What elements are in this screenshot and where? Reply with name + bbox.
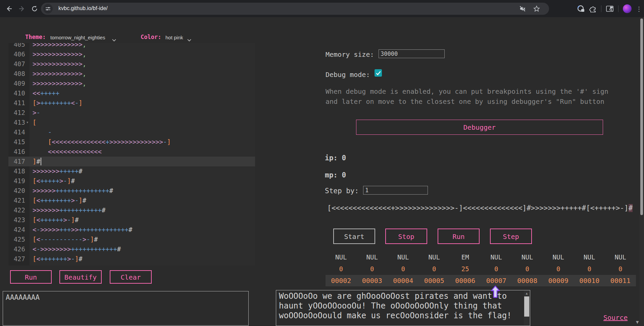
memory-cell-address: 00008 (512, 277, 543, 285)
code-editor[interactable]: 405>>>>>>>>>>>>>,406>>>>>>>>>>>>>,407>>>… (8, 43, 255, 266)
editor-line[interactable]: 415 [<<<<<<<<<<<<<<+>>>>>>>>>>>>>>-] (8, 137, 255, 147)
line-code: <->>>>>>>>++++++++++++# (33, 244, 121, 254)
memory-cell-value: 0 (481, 265, 512, 273)
output-scrollbar[interactable]: ▲ (524, 291, 530, 325)
page-scrollbar-thumb[interactable] (640, 18, 643, 215)
editor-line[interactable]: 426<->>>>>>>>++++++++++++# (8, 244, 255, 254)
text-cursor (41, 158, 41, 165)
editor-line[interactable]: 413▾[ (8, 118, 255, 127)
editor-line[interactable]: 414 - (8, 127, 255, 137)
line-code: >>>>>>>>>>>>>, (33, 79, 86, 88)
memory-cell-address: 00006 (450, 277, 481, 285)
theme-label: Theme: (25, 34, 46, 40)
password-manager-icon[interactable] (577, 5, 585, 13)
debugger-step-button[interactable]: Step (490, 229, 532, 244)
debug-mode-checkbox[interactable] (375, 69, 382, 77)
editor-line[interactable]: 416 <<<<<<<<<<<<<< (8, 147, 255, 157)
page-scrollbar[interactable] (639, 17, 644, 326)
extensions-icon[interactable] (589, 5, 597, 12)
beautify-button[interactable]: Beautify (59, 270, 102, 284)
memory-cell-type: NUL (543, 253, 574, 261)
memory-cell-type: NUL (419, 253, 450, 261)
memory-cell-value: 0 (388, 265, 419, 273)
line-code: [<+++++++>-]# (33, 254, 83, 264)
chevron-down-icon[interactable] (187, 37, 191, 43)
debugger-run-button[interactable]: Run (438, 229, 480, 244)
line-code: >>>>>>>+++++++++++# (33, 205, 105, 215)
forward-icon[interactable] (16, 3, 28, 14)
profile-avatar[interactable] (623, 4, 632, 13)
back-icon[interactable] (3, 3, 15, 14)
memory-cell-address: 00010 (574, 277, 605, 285)
line-number: 417 (8, 157, 25, 166)
editor-line[interactable]: 420>>>>>>++++++++++++++# (8, 186, 255, 196)
memory-cell-addresses: 0000200003000040000500006000070000800009… (326, 275, 636, 286)
editor-line[interactable]: 405>>>>>>>>>>>>>, (8, 43, 255, 49)
fold-caret-icon[interactable]: ▾ (26, 118, 29, 127)
memory-cell-address: 00009 (543, 277, 574, 285)
output-scrollbar-thumb[interactable] (524, 296, 529, 317)
editor-line[interactable]: 425[<----------->-]# (8, 235, 255, 244)
line-number: 406 (8, 49, 25, 59)
toolbar-divider (618, 5, 618, 12)
run-button[interactable]: Run (10, 270, 52, 284)
clear-button[interactable]: Clear (110, 270, 152, 284)
editor-line[interactable]: 418>>>>>>>+++++# (8, 166, 255, 176)
chevron-down-icon[interactable] (112, 37, 116, 43)
reload-icon[interactable] (29, 3, 40, 14)
source-link[interactable]: Source (603, 314, 628, 322)
editor-line[interactable]: 423[<++++++>-]# (8, 215, 255, 225)
line-code: [ (33, 118, 36, 127)
debug-help-line2: and later on move to the closest one by … (326, 97, 604, 106)
line-number: 420 (8, 186, 25, 196)
debugger-start-button[interactable]: Start (333, 229, 375, 244)
editor-line[interactable]: 427[<+++++++>-]# (8, 254, 255, 264)
toolbar-divider (601, 5, 601, 12)
line-code: >- (33, 108, 40, 118)
side-panel-search-icon[interactable] (606, 5, 614, 13)
bookmark-star-icon[interactable] (533, 5, 540, 12)
memory-pointer-arrow-icon (488, 285, 503, 300)
color-select[interactable]: hot pink (165, 35, 183, 40)
output-text: WoOOOoOo we are ghOooOoOost pirates and … (279, 291, 512, 321)
scroll-up-icon[interactable]: ▲ (524, 291, 530, 296)
editor-line[interactable]: 409>>>>>>>>>>>>>, (8, 79, 255, 88)
editor-line[interactable]: 411[>++++++++<-] (8, 98, 255, 108)
memory-cell-address: 00003 (357, 277, 388, 285)
memory-cell-address: 00002 (326, 277, 357, 285)
site-info-icon[interactable] (43, 4, 53, 13)
memory-cell-address: 00011 (605, 277, 636, 285)
editor-line[interactable]: 422>>>>>>>+++++++++++# (8, 205, 255, 215)
debugger-stop-button[interactable]: Stop (385, 229, 427, 244)
editor-line[interactable]: 410<<+++++ (8, 88, 255, 98)
line-code: [<++++++>-]# (33, 215, 79, 225)
program-input-textarea[interactable]: AAAAAAAA (3, 291, 249, 326)
url-text[interactable]: kvbc.github.io/bf-ide/ (58, 5, 108, 11)
line-number: 415 (8, 137, 25, 147)
editor-line[interactable]: 408>>>>>>>>>>>>>, (8, 69, 255, 79)
editor-line[interactable]: 424<->>>>>+++>>+++++++++++++# (8, 225, 255, 235)
editor-line[interactable]: 419[<+++++>-]# (8, 176, 255, 186)
step-by-input[interactable] (363, 186, 428, 195)
menu-kebab-icon[interactable]: ⋮ (636, 5, 642, 12)
scroll-down-icon[interactable]: ▼ (636, 319, 639, 325)
editor-line[interactable]: 417]# (8, 157, 255, 166)
memory-cell-type: NUL (605, 253, 636, 261)
ip-register: ip: 0 (325, 154, 346, 162)
memory-size-input[interactable] (379, 49, 445, 58)
theme-select[interactable]: tomorrow_night_eighties (50, 35, 105, 40)
line-number: 424 (8, 225, 25, 235)
line-code: [>++++++++<-] (33, 98, 83, 108)
editor-line[interactable]: 407>>>>>>>>>>>>>, (8, 59, 255, 69)
line-number: 413 (8, 118, 25, 127)
editor-line[interactable]: 428>>>>>>>>+++++++++++++# (8, 264, 255, 266)
editor-line[interactable]: 406>>>>>>>>>>>>>, (8, 49, 255, 59)
url-bar[interactable]: kvbc.github.io/bf-ide/ (41, 3, 549, 15)
editor-line[interactable]: 421[<++++++++>-]# (8, 196, 255, 205)
mute-icon[interactable] (519, 5, 526, 12)
editor-line[interactable]: 412>- (8, 108, 255, 118)
line-code: [<+++++>-]# (33, 176, 75, 186)
line-number: 411 (8, 98, 25, 108)
memory-cell-value: 0 (512, 265, 543, 273)
debugger-button[interactable]: Debugger (356, 120, 603, 135)
